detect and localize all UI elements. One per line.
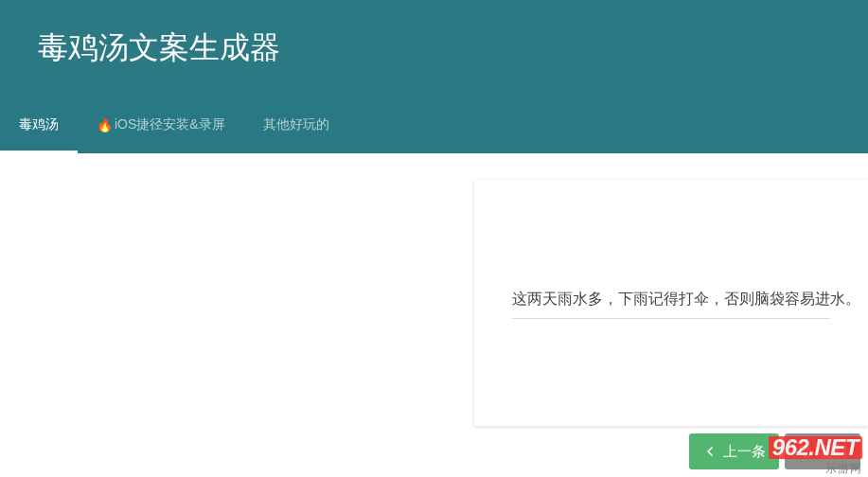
copy-button[interactable]: 复制 bbox=[785, 433, 860, 469]
nav-label: 毒鸡汤 bbox=[19, 116, 59, 133]
nav-tab-other[interactable]: 其他好玩的 bbox=[244, 97, 348, 153]
arrow-left-icon bbox=[702, 444, 717, 459]
copy-icon bbox=[798, 444, 813, 459]
nav-tab-duji[interactable]: 毒鸡汤 bbox=[0, 97, 78, 153]
nav-tabs: 毒鸡汤 🔥 iOS捷径安装&录屏 其他好玩的 bbox=[0, 97, 868, 153]
nav-label: 其他好玩的 bbox=[263, 116, 329, 133]
fire-icon: 🔥 bbox=[97, 117, 113, 132]
prev-button[interactable]: 上一条 bbox=[689, 433, 779, 469]
page-title: 毒鸡汤文案生成器 bbox=[38, 27, 280, 69]
quote-text: 这两天雨水多，下雨记得打伞，否则脑袋容易进水。 bbox=[512, 287, 830, 320]
button-label: 上一条 bbox=[723, 443, 766, 461]
quote-card: 这两天雨水多，下雨记得打伞，否则脑袋容易进水。 bbox=[474, 180, 868, 426]
button-row: 上一条 复制 bbox=[689, 433, 860, 469]
content-area: 这两天雨水多，下雨记得打伞，否则脑袋容易进水。 上一条 复制 962.NET 乐… bbox=[0, 153, 868, 477]
nav-label: iOS捷径安装&录屏 bbox=[115, 116, 225, 133]
nav-tab-ios[interactable]: 🔥 iOS捷径安装&录屏 bbox=[78, 97, 244, 153]
header: 毒鸡汤文案生成器 bbox=[0, 0, 868, 97]
button-label: 复制 bbox=[819, 443, 847, 461]
